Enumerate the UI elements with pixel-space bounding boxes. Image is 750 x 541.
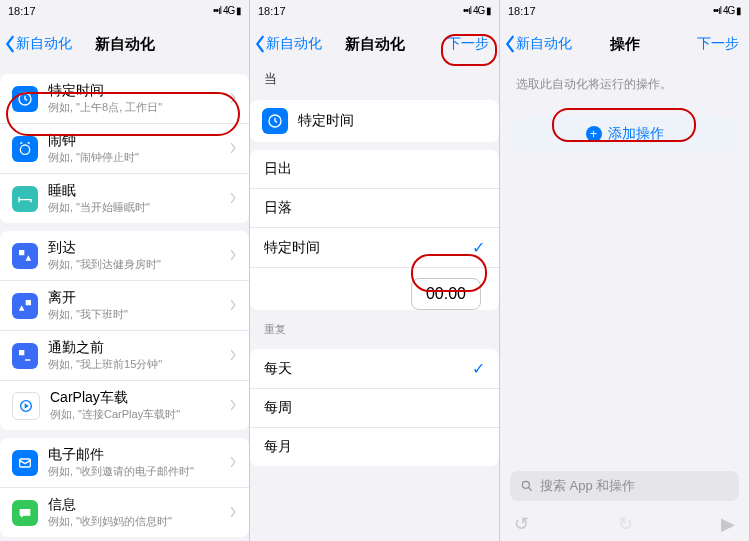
- search-placeholder: 搜索 App 和操作: [540, 477, 635, 495]
- nav-title: 新自动化: [0, 35, 249, 54]
- status-bar: 18:17 ••ıl 4G ▮: [500, 0, 749, 22]
- toolbar: ↺ ↻ ▶: [500, 513, 749, 535]
- row-title: 到达: [48, 239, 219, 257]
- option-sunset[interactable]: 日落: [250, 189, 499, 228]
- svg-point-6: [522, 481, 529, 488]
- leave-icon: [12, 293, 38, 319]
- status-network: ••ıl 4G ▮: [463, 0, 491, 22]
- hint-text: 选取此自动化将运行的操作。: [500, 66, 749, 103]
- option-label: 每周: [264, 399, 292, 417]
- row-sleep[interactable]: 睡眠例如, "当开始睡眠时": [0, 174, 249, 223]
- time-picker[interactable]: 00:00: [250, 278, 499, 310]
- repeat-monthly[interactable]: 每月: [250, 428, 499, 466]
- row-selected-trigger: 特定时间: [250, 100, 499, 142]
- option-label: 日落: [264, 199, 292, 217]
- status-network: ••ıl 4G ▮: [713, 0, 741, 22]
- nav-bar: 新自动化 新自动化: [0, 22, 249, 66]
- search-icon: [520, 479, 534, 493]
- checkmark-icon: ✓: [472, 359, 485, 378]
- row-title: 特定时间: [48, 82, 219, 100]
- row-sub: 例如, "我到达健身房时": [48, 257, 219, 272]
- repeat-daily[interactable]: 每天✓: [250, 349, 499, 389]
- plus-icon: +: [586, 126, 602, 142]
- nav-next-button[interactable]: 下一步: [447, 35, 489, 53]
- row-title: 通勤之前: [48, 339, 219, 357]
- row-leave[interactable]: 离开例如, "我下班时": [0, 281, 249, 331]
- repeat-weekly[interactable]: 每周: [250, 389, 499, 428]
- status-time: 18:17: [508, 0, 536, 22]
- row-title: 电子邮件: [48, 446, 219, 464]
- chevron-right-icon: [229, 247, 237, 265]
- row-sub: 例如, "连接CarPlay车载时": [50, 407, 219, 422]
- clock-icon: [262, 108, 288, 134]
- nav-bar: 新自动化 操作 下一步: [500, 22, 749, 66]
- bed-icon: [12, 186, 38, 212]
- alarm-icon: [12, 136, 38, 162]
- chevron-right-icon: [229, 397, 237, 415]
- row-title: 闹钟: [48, 132, 219, 150]
- commute-icon: [12, 343, 38, 369]
- nav-bar: 新自动化 新自动化 下一步: [250, 22, 499, 66]
- section-header-when: 当: [250, 66, 499, 92]
- row-title: CarPlay车载: [50, 389, 219, 407]
- option-label: 日出: [264, 160, 292, 178]
- option-sunrise[interactable]: 日出: [250, 150, 499, 189]
- row-title: 特定时间: [298, 112, 354, 130]
- status-bar: 18:17 ••ıl 4G ▮: [0, 0, 249, 22]
- row-sub: 例如, "闹钟停止时": [48, 150, 219, 165]
- row-sub: 例如, "收到邀请的电子邮件时": [48, 464, 219, 479]
- svg-point-1: [20, 145, 29, 154]
- row-sub: 例如, "收到妈妈的信息时": [48, 514, 219, 529]
- row-sub: 例如, "上午8点, 工作日": [48, 100, 219, 115]
- phone-panel-1: 18:17 ••ıl 4G ▮ 新自动化 新自动化 特定时间例如, "上午8点,…: [0, 0, 250, 541]
- chevron-right-icon: [229, 504, 237, 522]
- mail-icon: [12, 450, 38, 476]
- trigger-list: 特定时间例如, "上午8点, 工作日" 闹钟例如, "闹钟停止时" 睡眠例如, …: [0, 66, 249, 541]
- section-header-repeat: 重复: [250, 318, 499, 341]
- status-bar: 18:17 ••ıl 4G ▮: [250, 0, 499, 22]
- add-action-label: 添加操作: [608, 125, 664, 143]
- row-specific-time[interactable]: 特定时间例如, "上午8点, 工作日": [0, 74, 249, 124]
- row-arrive[interactable]: 到达例如, "我到达健身房时": [0, 231, 249, 281]
- row-title: 离开: [48, 289, 219, 307]
- chevron-right-icon: [229, 140, 237, 158]
- option-label: 特定时间: [264, 239, 320, 257]
- checkmark-icon: ✓: [472, 238, 485, 257]
- status-time: 18:17: [258, 0, 286, 22]
- chevron-right-icon: [229, 297, 237, 315]
- add-action-button[interactable]: + 添加操作: [512, 117, 737, 151]
- chevron-right-icon: [229, 90, 237, 108]
- row-commute[interactable]: 通勤之前例如, "我上班前15分钟": [0, 331, 249, 381]
- row-sub: 例如, "当开始睡眠时": [48, 200, 219, 215]
- undo-icon[interactable]: ↺: [514, 513, 529, 535]
- search-input[interactable]: 搜索 App 和操作: [510, 471, 739, 501]
- option-specific-time[interactable]: 特定时间✓: [250, 228, 499, 268]
- clock-icon: [12, 86, 38, 112]
- carplay-icon: [12, 392, 40, 420]
- row-title: 信息: [48, 496, 219, 514]
- chevron-right-icon: [229, 454, 237, 472]
- time-value: 00:00: [411, 278, 481, 310]
- row-sub: 例如, "我上班前15分钟": [48, 357, 219, 372]
- row-title: 睡眠: [48, 182, 219, 200]
- phone-panel-3: 18:17 ••ıl 4G ▮ 新自动化 操作 下一步 选取此自动化将运行的操作…: [500, 0, 750, 541]
- status-network: ••ıl 4G ▮: [213, 0, 241, 22]
- play-icon[interactable]: ▶: [721, 513, 735, 535]
- status-time: 18:17: [8, 0, 36, 22]
- option-label: 每月: [264, 438, 292, 456]
- redo-icon[interactable]: ↻: [618, 513, 633, 535]
- chevron-right-icon: [229, 347, 237, 365]
- row-alarm[interactable]: 闹钟例如, "闹钟停止时": [0, 124, 249, 174]
- row-carplay[interactable]: CarPlay车载例如, "连接CarPlay车载时": [0, 381, 249, 430]
- option-label: 每天: [264, 360, 292, 378]
- row-sub: 例如, "我下班时": [48, 307, 219, 322]
- phone-panel-2: 18:17 ••ıl 4G ▮ 新自动化 新自动化 下一步 当 特定时间 日出 …: [250, 0, 500, 541]
- chevron-right-icon: [229, 190, 237, 208]
- row-message[interactable]: 信息例如, "收到妈妈的信息时": [0, 488, 249, 537]
- row-email[interactable]: 电子邮件例如, "收到邀请的电子邮件时": [0, 438, 249, 488]
- nav-next-button[interactable]: 下一步: [697, 35, 739, 53]
- arrive-icon: [12, 243, 38, 269]
- message-icon: [12, 500, 38, 526]
